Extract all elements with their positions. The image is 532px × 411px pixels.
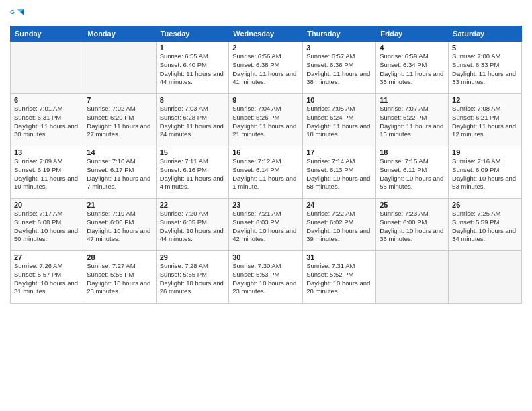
day-number: 8 <box>160 96 226 104</box>
day-number: 23 <box>232 201 299 209</box>
day-cell: 24Sunrise: 7:22 AM Sunset: 6:02 PM Dayli… <box>303 199 376 251</box>
weekday-header-row: SundayMondayTuesdayWednesdayThursdayFrid… <box>11 26 522 42</box>
day-cell: 5Sunrise: 7:00 AM Sunset: 6:33 PM Daylig… <box>449 42 522 94</box>
day-info: Sunrise: 7:27 AM Sunset: 5:56 PM Dayligh… <box>87 262 152 296</box>
day-number: 3 <box>306 44 372 52</box>
day-cell: 8Sunrise: 7:03 AM Sunset: 6:28 PM Daylig… <box>156 94 229 146</box>
day-number: 26 <box>452 201 518 209</box>
day-cell: 2Sunrise: 6:56 AM Sunset: 6:38 PM Daylig… <box>229 42 303 94</box>
day-cell: 17Sunrise: 7:14 AM Sunset: 6:13 PM Dayli… <box>303 146 376 199</box>
day-number: 28 <box>87 253 152 261</box>
week-row-1: 1Sunrise: 6:55 AM Sunset: 6:40 PM Daylig… <box>11 42 522 94</box>
day-cell: 31Sunrise: 7:31 AM Sunset: 5:52 PM Dayli… <box>303 251 376 304</box>
weekday-header-friday: Friday <box>376 26 449 42</box>
logo: G <box>10 7 28 21</box>
weekday-header-wednesday: Wednesday <box>229 26 303 42</box>
day-info: Sunrise: 7:03 AM Sunset: 6:28 PM Dayligh… <box>160 105 226 139</box>
day-info: Sunrise: 7:00 AM Sunset: 6:33 PM Dayligh… <box>452 52 518 87</box>
main-container: G SundayMondayTuesdayWednesdayThursdayFr… <box>0 0 532 310</box>
day-number: 22 <box>160 201 226 209</box>
day-info: Sunrise: 7:19 AM Sunset: 6:06 PM Dayligh… <box>87 210 152 244</box>
day-cell: 27Sunrise: 7:26 AM Sunset: 5:57 PM Dayli… <box>11 251 83 304</box>
day-number: 6 <box>14 96 79 104</box>
day-info: Sunrise: 7:28 AM Sunset: 5:55 PM Dayligh… <box>160 262 226 296</box>
day-cell: 9Sunrise: 7:04 AM Sunset: 6:26 PM Daylig… <box>229 94 303 146</box>
weekday-header-thursday: Thursday <box>303 26 376 42</box>
calendar-table: SundayMondayTuesdayWednesdayThursdayFrid… <box>10 26 522 304</box>
week-row-4: 20Sunrise: 7:17 AM Sunset: 6:08 PM Dayli… <box>11 199 522 251</box>
day-cell: 4Sunrise: 6:59 AM Sunset: 6:34 PM Daylig… <box>376 42 449 94</box>
day-cell <box>83 42 156 94</box>
weekday-header-monday: Monday <box>83 26 156 42</box>
day-number: 21 <box>87 201 152 209</box>
day-cell: 19Sunrise: 7:16 AM Sunset: 6:09 PM Dayli… <box>449 146 522 199</box>
day-cell: 30Sunrise: 7:30 AM Sunset: 5:53 PM Dayli… <box>229 251 303 304</box>
weekday-header-saturday: Saturday <box>449 26 522 42</box>
day-number: 30 <box>232 253 299 261</box>
day-number: 12 <box>452 96 518 104</box>
day-number: 20 <box>14 201 79 209</box>
day-cell: 29Sunrise: 7:28 AM Sunset: 5:55 PM Dayli… <box>156 251 229 304</box>
day-number: 13 <box>14 148 79 156</box>
day-info: Sunrise: 7:21 AM Sunset: 6:03 PM Dayligh… <box>232 210 299 244</box>
day-cell: 18Sunrise: 7:15 AM Sunset: 6:11 PM Dayli… <box>376 146 449 199</box>
day-number: 1 <box>160 44 226 52</box>
day-info: Sunrise: 7:25 AM Sunset: 5:59 PM Dayligh… <box>452 210 518 244</box>
day-number: 14 <box>87 148 152 156</box>
day-cell: 10Sunrise: 7:05 AM Sunset: 6:24 PM Dayli… <box>303 94 376 146</box>
day-info: Sunrise: 7:09 AM Sunset: 6:19 PM Dayligh… <box>14 157 79 191</box>
day-info: Sunrise: 7:02 AM Sunset: 6:29 PM Dayligh… <box>87 105 152 139</box>
day-info: Sunrise: 6:55 AM Sunset: 6:40 PM Dayligh… <box>160 52 226 87</box>
day-number: 11 <box>380 96 445 104</box>
day-cell: 12Sunrise: 7:08 AM Sunset: 6:21 PM Dayli… <box>449 94 522 146</box>
day-number: 10 <box>306 96 372 104</box>
day-number: 27 <box>14 253 79 261</box>
header-section: G <box>10 7 522 21</box>
day-info: Sunrise: 7:16 AM Sunset: 6:09 PM Dayligh… <box>452 157 518 191</box>
logo-icon: G <box>10 7 25 21</box>
day-info: Sunrise: 6:59 AM Sunset: 6:34 PM Dayligh… <box>380 52 445 87</box>
day-cell: 25Sunrise: 7:23 AM Sunset: 6:00 PM Dayli… <box>376 199 449 251</box>
day-number: 25 <box>380 201 445 209</box>
week-row-5: 27Sunrise: 7:26 AM Sunset: 5:57 PM Dayli… <box>11 251 522 304</box>
day-info: Sunrise: 6:56 AM Sunset: 6:38 PM Dayligh… <box>232 52 299 87</box>
day-number: 4 <box>380 44 445 52</box>
day-number: 17 <box>306 148 372 156</box>
day-info: Sunrise: 7:26 AM Sunset: 5:57 PM Dayligh… <box>14 262 79 296</box>
day-info: Sunrise: 7:14 AM Sunset: 6:13 PM Dayligh… <box>306 157 372 191</box>
day-number: 29 <box>160 253 226 261</box>
day-number: 2 <box>232 44 299 52</box>
day-number: 7 <box>87 96 152 104</box>
day-cell: 20Sunrise: 7:17 AM Sunset: 6:08 PM Dayli… <box>11 199 83 251</box>
day-cell: 7Sunrise: 7:02 AM Sunset: 6:29 PM Daylig… <box>83 94 156 146</box>
day-cell: 22Sunrise: 7:20 AM Sunset: 6:05 PM Dayli… <box>156 199 229 251</box>
day-info: Sunrise: 7:20 AM Sunset: 6:05 PM Dayligh… <box>160 210 226 244</box>
day-cell: 21Sunrise: 7:19 AM Sunset: 6:06 PM Dayli… <box>83 199 156 251</box>
day-cell: 15Sunrise: 7:11 AM Sunset: 6:16 PM Dayli… <box>156 146 229 199</box>
day-cell: 13Sunrise: 7:09 AM Sunset: 6:19 PM Dayli… <box>11 146 83 199</box>
day-info: Sunrise: 7:30 AM Sunset: 5:53 PM Dayligh… <box>232 262 299 296</box>
day-info: Sunrise: 7:05 AM Sunset: 6:24 PM Dayligh… <box>306 105 372 139</box>
day-number: 18 <box>380 148 445 156</box>
day-cell: 23Sunrise: 7:21 AM Sunset: 6:03 PM Dayli… <box>229 199 303 251</box>
week-row-2: 6Sunrise: 7:01 AM Sunset: 6:31 PM Daylig… <box>11 94 522 146</box>
week-row-3: 13Sunrise: 7:09 AM Sunset: 6:19 PM Dayli… <box>11 146 522 199</box>
weekday-header-tuesday: Tuesday <box>156 26 229 42</box>
day-info: Sunrise: 7:12 AM Sunset: 6:14 PM Dayligh… <box>232 157 299 191</box>
day-cell <box>11 42 83 94</box>
day-info: Sunrise: 7:10 AM Sunset: 6:17 PM Dayligh… <box>87 157 152 191</box>
day-cell: 1Sunrise: 6:55 AM Sunset: 6:40 PM Daylig… <box>156 42 229 94</box>
day-number: 5 <box>452 44 518 52</box>
day-number: 16 <box>232 148 299 156</box>
day-info: Sunrise: 7:11 AM Sunset: 6:16 PM Dayligh… <box>160 157 226 191</box>
day-info: Sunrise: 7:22 AM Sunset: 6:02 PM Dayligh… <box>306 210 372 244</box>
day-cell <box>449 251 522 304</box>
weekday-header-sunday: Sunday <box>11 26 83 42</box>
day-info: Sunrise: 7:17 AM Sunset: 6:08 PM Dayligh… <box>14 210 79 244</box>
day-info: Sunrise: 7:23 AM Sunset: 6:00 PM Dayligh… <box>380 210 445 244</box>
day-info: Sunrise: 7:31 AM Sunset: 5:52 PM Dayligh… <box>306 262 372 296</box>
day-cell: 16Sunrise: 7:12 AM Sunset: 6:14 PM Dayli… <box>229 146 303 199</box>
day-cell: 11Sunrise: 7:07 AM Sunset: 6:22 PM Dayli… <box>376 94 449 146</box>
day-info: Sunrise: 7:08 AM Sunset: 6:21 PM Dayligh… <box>452 105 518 139</box>
day-info: Sunrise: 7:04 AM Sunset: 6:26 PM Dayligh… <box>232 105 299 139</box>
